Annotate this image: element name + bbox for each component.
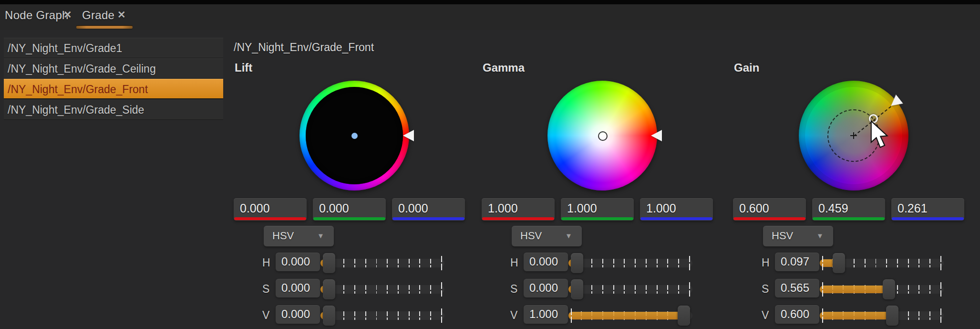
gamma-h-field[interactable]: 0.000	[524, 253, 568, 271]
lift-v-value: 0.000	[281, 305, 310, 323]
gain-mode-dropdown[interactable]: HSV ▼	[763, 226, 833, 246]
slider-end-tick	[441, 308, 442, 323]
close-icon[interactable]: ✕	[117, 9, 126, 21]
v-label: V	[762, 305, 772, 325]
list-item-grade-side[interactable]: /NY_Night_Env/Grade_Side	[4, 99, 223, 120]
slider-thumb[interactable]	[571, 279, 583, 299]
slider-end-tick	[441, 256, 442, 270]
lift-title: Lift	[235, 61, 252, 74]
gamma-blue-value: 1.000	[646, 198, 676, 218]
gain-s-slider[interactable]	[822, 279, 942, 300]
s-label: S	[510, 279, 521, 299]
list-item-grade-front-selected[interactable]: /NY_Night_Env/Grade_Front	[4, 79, 223, 99]
lift-s-field[interactable]: 0.000	[276, 279, 320, 297]
gain-green-field[interactable]: 0.459	[812, 198, 885, 221]
slider-start-tick	[822, 308, 823, 323]
blue-channel-underline	[892, 217, 964, 220]
lift-v-field[interactable]: 0.000	[276, 305, 320, 324]
slider-end-tick	[940, 282, 941, 297]
slider-ticks	[323, 259, 436, 264]
v-label: V	[262, 305, 273, 325]
list-item-grade1[interactable]: /NY_Night_Env/Grade1	[4, 38, 223, 58]
lift-s-row: S 0.000	[262, 279, 463, 300]
lift-blue-field[interactable]: 0.000	[392, 198, 465, 221]
lift-h-slider[interactable]	[323, 253, 443, 274]
red-channel-underline	[733, 217, 805, 220]
lift-v-slider[interactable]	[323, 305, 443, 326]
gamma-v-slider[interactable]	[571, 305, 691, 326]
slider-thumb[interactable]	[886, 306, 898, 326]
h-label: H	[762, 253, 772, 273]
slider-thumb[interactable]	[678, 306, 690, 326]
slider-thumb[interactable]	[323, 306, 335, 326]
lift-v-row: V 0.000	[262, 305, 463, 326]
slider-fill	[820, 286, 889, 293]
gain-s-field[interactable]: 0.565	[775, 279, 819, 297]
gamma-s-slider[interactable]	[571, 279, 691, 300]
gain-h-value: 0.097	[781, 253, 809, 271]
lift-color-wheel[interactable]	[299, 81, 409, 191]
slider-ticks	[571, 265, 684, 267]
slider-ticks	[323, 265, 436, 267]
lift-red-field[interactable]: 0.000	[234, 198, 307, 221]
gamma-red-field[interactable]: 1.000	[482, 198, 555, 221]
lift-green-field[interactable]: 0.000	[313, 198, 386, 221]
slider-ticks	[571, 285, 684, 290]
grade-panel: Node Graph ✕ Grade ✕ /NY_Night_Env/Grade…	[0, 0, 980, 329]
chevron-down-icon: ▼	[565, 226, 572, 246]
gamma-mode-value: HSV	[520, 226, 542, 246]
gamma-blue-field[interactable]: 1.000	[640, 198, 713, 221]
gain-h-slider[interactable]	[822, 253, 942, 274]
gain-h-row: H 0.097	[762, 253, 962, 274]
gamma-h-slider[interactable]	[571, 253, 691, 274]
slider-thumb[interactable]	[571, 253, 583, 273]
s-label: S	[762, 279, 772, 299]
active-tab-underline	[76, 26, 133, 29]
lift-wheel-indicator-dot[interactable]	[351, 133, 358, 139]
gamma-v-row: V 1.000	[510, 305, 711, 326]
slider-thumb[interactable]	[833, 253, 845, 273]
gamma-v-field[interactable]: 1.000	[524, 305, 568, 324]
lift-h-row: H 0.000	[262, 253, 463, 274]
h-label: H	[262, 253, 273, 273]
gamma-s-value: 0.000	[529, 279, 558, 297]
gain-v-value: 0.600	[781, 305, 809, 323]
red-channel-underline	[234, 217, 306, 220]
chevron-down-icon: ▼	[816, 226, 824, 246]
chevron-down-icon: ▼	[317, 226, 324, 246]
gain-wheel-center-cross	[850, 132, 857, 139]
gain-blue-field[interactable]: 0.261	[891, 198, 964, 221]
lift-red-value: 0.000	[240, 198, 270, 218]
slider-end-tick	[940, 308, 941, 323]
tab-node-graph[interactable]: Node Graph	[5, 9, 69, 22]
gain-blue-value: 0.261	[897, 198, 928, 218]
lift-s-value: 0.000	[281, 279, 310, 297]
gamma-hue-marker-icon[interactable]	[651, 130, 662, 141]
slider-thumb[interactable]	[883, 279, 895, 299]
green-channel-underline	[813, 217, 885, 220]
lift-hue-marker-icon[interactable]	[403, 130, 414, 141]
slider-ticks	[323, 318, 436, 320]
gain-v-field[interactable]: 0.600	[775, 305, 819, 324]
lift-h-field[interactable]: 0.000	[276, 253, 320, 271]
gain-v-slider[interactable]	[822, 305, 942, 326]
gain-h-field[interactable]: 0.097	[775, 253, 819, 271]
slider-thumb[interactable]	[323, 279, 335, 299]
list-item-grade-ceiling[interactable]: /NY_Night_Env/Grade_Ceiling	[4, 58, 223, 79]
gamma-s-field[interactable]: 0.000	[524, 279, 568, 297]
slider-thumb[interactable]	[323, 253, 335, 273]
lift-mode-dropdown[interactable]: HSV ▼	[264, 226, 334, 246]
gamma-green-field[interactable]: 1.000	[561, 198, 634, 221]
slider-fill	[820, 312, 892, 319]
gain-color-wheel[interactable]	[799, 81, 908, 191]
gamma-mode-dropdown[interactable]: HSV ▼	[512, 226, 582, 246]
gamma-wheel-indicator-ring[interactable]	[598, 131, 608, 141]
close-icon[interactable]: ✕	[63, 9, 72, 21]
lift-h-value: 0.000	[281, 253, 310, 271]
slider-ticks	[571, 259, 684, 264]
gain-red-field[interactable]: 0.600	[733, 198, 806, 221]
gamma-color-wheel[interactable]	[547, 81, 657, 191]
gamma-title: Gamma	[483, 61, 525, 74]
tab-grade[interactable]: Grade	[82, 9, 114, 22]
lift-s-slider[interactable]	[323, 279, 443, 300]
